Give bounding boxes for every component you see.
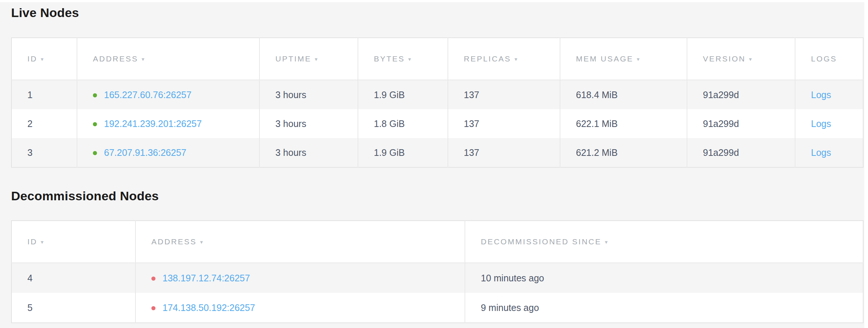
column-label: UPTIME: [275, 54, 311, 63]
node-bytes-cell: 1.9 GiB: [358, 80, 448, 109]
node-id-cell: 1: [11, 80, 77, 109]
sort-arrow-icon: ▾: [41, 56, 44, 62]
decommissioned-node-row: 5 174.138.50.192:26257 9 minutes ago: [11, 293, 863, 323]
sort-arrow-icon: ▾: [637, 56, 640, 62]
logs-link[interactable]: Logs: [811, 90, 831, 100]
live-nodes-title: Live Nodes: [11, 2, 864, 20]
node-logs-cell: Logs: [795, 80, 863, 109]
node-logs-cell: Logs: [795, 109, 863, 138]
column-label: LOGS: [811, 54, 837, 63]
node-mem-usage-cell: 621.2 MiB: [560, 138, 687, 167]
node-live-status-icon: [93, 122, 97, 126]
node-mem-usage-cell: 618.4 MiB: [560, 80, 687, 109]
node-version-cell: 91a299d: [687, 138, 795, 167]
sort-arrow-icon: ▾: [200, 239, 203, 245]
node-decommissioned-status-icon: [151, 306, 155, 310]
decommissioned-nodes-table: ID▾ ADDRESS▾ DECOMMISSIONED SINCE▾ 4 138…: [11, 220, 864, 323]
node-replicas-cell: 137: [448, 138, 560, 167]
logs-link[interactable]: Logs: [811, 147, 831, 158]
column-label: MEM USAGE: [576, 54, 633, 63]
node-address-link[interactable]: 165.227.60.76:26257: [104, 90, 191, 100]
column-header-mem-usage[interactable]: MEM USAGE▾: [560, 38, 687, 80]
node-mem-usage-cell: 622.1 MiB: [560, 109, 687, 138]
node-bytes-cell: 1.9 GiB: [358, 138, 448, 167]
node-decommissioned-status-icon: [151, 277, 155, 281]
node-decommissioned-since-cell: 9 minutes ago: [465, 293, 863, 323]
decommissioned-table-header-row: ID▾ ADDRESS▾ DECOMMISSIONED SINCE▾: [11, 221, 863, 263]
column-header-bytes[interactable]: BYTES▾: [358, 38, 448, 80]
node-live-status-icon: [93, 93, 97, 97]
live-node-row: 2 192.241.239.201:26257 3 hours 1.8 GiB …: [11, 109, 863, 138]
column-label: REPLICAS: [464, 54, 511, 63]
column-header-uptime[interactable]: UPTIME▾: [259, 38, 358, 80]
live-table-header-row: ID▾ ADDRESS▾ UPTIME▾ BYTES▾ REPLICAS▾ ME…: [11, 38, 863, 80]
decommissioned-nodes-title: Decommissioned Nodes: [11, 188, 864, 203]
nodes-page-content: Live Nodes ID▾ ADDRESS▾ UPTIME▾ BYTES▾ R…: [11, 2, 864, 323]
node-version-cell: 91a299d: [687, 109, 795, 138]
node-id-cell: 3: [11, 138, 77, 167]
node-address-link[interactable]: 192.241.239.201:26257: [104, 118, 202, 129]
sort-arrow-icon: ▾: [515, 56, 517, 62]
column-label: BYTES: [374, 54, 405, 63]
node-address-link[interactable]: 67.207.91.36:26257: [104, 147, 186, 158]
node-bytes-cell: 1.8 GiB: [358, 109, 448, 138]
column-label: VERSION: [703, 54, 746, 63]
node-address-link[interactable]: 174.138.50.192:26257: [162, 302, 255, 313]
node-address-cell: 192.241.239.201:26257: [77, 109, 259, 138]
logs-link[interactable]: Logs: [811, 118, 831, 129]
column-label: DECOMMISSIONED SINCE: [481, 237, 601, 246]
column-header-version[interactable]: VERSION▾: [687, 38, 795, 80]
column-header-logs: LOGS: [795, 38, 863, 80]
column-header-address[interactable]: ADDRESS▾: [77, 38, 259, 80]
decommissioned-node-row: 4 138.197.12.74:26257 10 minutes ago: [11, 263, 863, 293]
column-header-address[interactable]: ADDRESS▾: [135, 221, 465, 263]
node-logs-cell: Logs: [795, 138, 863, 167]
node-uptime-cell: 3 hours: [259, 80, 358, 109]
node-id-cell: 2: [11, 109, 77, 138]
column-header-decommissioned-since[interactable]: DECOMMISSIONED SINCE▾: [465, 221, 863, 263]
node-uptime-cell: 3 hours: [259, 138, 358, 167]
node-version-cell: 91a299d: [687, 80, 795, 109]
node-address-cell: 165.227.60.76:26257: [77, 80, 259, 109]
column-header-replicas[interactable]: REPLICAS▾: [448, 38, 560, 80]
column-label: ID: [27, 237, 37, 246]
nodes-page-panel: Live Nodes ID▾ ADDRESS▾ UPTIME▾ BYTES▾ R…: [0, 2, 864, 328]
sort-arrow-icon: ▾: [315, 56, 318, 62]
column-header-id[interactable]: ID▾: [11, 221, 135, 263]
sort-arrow-icon: ▾: [408, 56, 411, 62]
column-header-id[interactable]: ID▾: [11, 38, 77, 80]
column-label: ADDRESS: [151, 237, 197, 246]
node-address-cell: 174.138.50.192:26257: [135, 293, 465, 323]
column-label: ADDRESS: [93, 54, 138, 63]
live-nodes-table: ID▾ ADDRESS▾ UPTIME▾ BYTES▾ REPLICAS▾ ME…: [11, 37, 864, 168]
live-node-row: 1 165.227.60.76:26257 3 hours 1.9 GiB 13…: [11, 80, 863, 109]
node-address-cell: 67.207.91.36:26257: [77, 138, 259, 167]
node-address-link[interactable]: 138.197.12.74:26257: [162, 273, 250, 283]
node-address-cell: 138.197.12.74:26257: [135, 263, 465, 293]
node-decommissioned-since-cell: 10 minutes ago: [465, 263, 863, 293]
node-id-cell: 5: [11, 293, 135, 323]
node-live-status-icon: [93, 151, 97, 155]
node-replicas-cell: 137: [448, 109, 560, 138]
live-node-row: 3 67.207.91.36:26257 3 hours 1.9 GiB 137…: [11, 138, 863, 167]
column-label: ID: [27, 54, 37, 63]
sort-arrow-icon: ▾: [41, 239, 44, 245]
sort-arrow-icon: ▾: [142, 56, 145, 62]
node-replicas-cell: 137: [448, 80, 560, 109]
node-uptime-cell: 3 hours: [259, 109, 358, 138]
sort-arrow-icon: ▾: [749, 56, 752, 62]
node-id-cell: 4: [11, 263, 135, 293]
sort-arrow-icon: ▾: [605, 239, 608, 245]
